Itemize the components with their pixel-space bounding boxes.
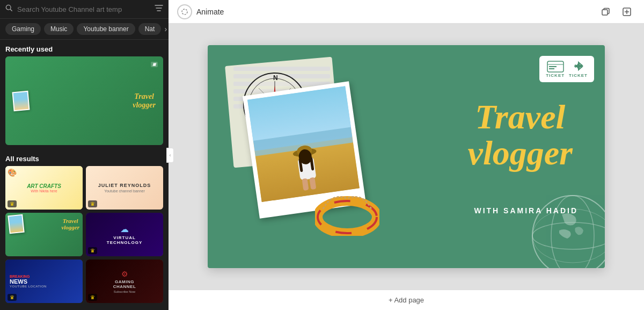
recently-used-label: Recently used — [0, 40, 169, 56]
animate-circle-icon — [177, 4, 192, 19]
canvas-title: Travel vlogger — [468, 99, 573, 171]
svg-rect-35 — [549, 66, 557, 67]
template-gaming[interactable]: ⚙ GAMINGCHANNEL Subscribe Now ♛ — [86, 259, 163, 303]
canvas-area: N S E W — [169, 24, 644, 290]
tab-music[interactable]: Music — [44, 23, 74, 35]
template-virtual[interactable]: ☁ VIRTUALTECHNOLOGY ♛ — [86, 213, 163, 256]
template-art-crafts[interactable]: 🎨 ART CRAFTS With Nikita here ♛ — [5, 166, 83, 210]
premium-badge-3: ♛ — [88, 247, 97, 254]
collapse-handle[interactable]: ‹ — [166, 148, 174, 163]
svg-rect-29 — [302, 178, 309, 191]
search-bar — [0, 0, 169, 19]
tab-youtube-banner[interactable]: Youtube banner — [77, 23, 135, 35]
template-travel-recent[interactable]: Travelvlogger ▣ — [5, 56, 163, 145]
filter-icon[interactable] — [155, 4, 163, 14]
duplicate-icon[interactable] — [597, 3, 614, 20]
top-bar: Animate — [169, 0, 644, 24]
premium-badge-5: ♛ — [88, 294, 97, 301]
globe-decoration — [530, 193, 605, 268]
ticket-badge: TICKET TICKET — [539, 56, 594, 82]
tab-nature[interactable]: Nat — [138, 23, 162, 35]
templates-grid: 🎨 ART CRAFTS With Nikita here ♛ JULIET R… — [0, 166, 169, 306]
svg-point-5 — [182, 9, 187, 15]
premium-badge-4: ♛ — [8, 294, 17, 301]
template-juliet[interactable]: JULIET REYNOLDS Youtube channel banner ♛ — [86, 166, 163, 210]
svg-rect-36 — [549, 68, 554, 69]
svg-line-1 — [10, 9, 12, 11]
add-page-bar[interactable]: + Add page — [169, 290, 644, 310]
svg-rect-6 — [602, 10, 608, 15]
add-page-label: + Add page — [389, 296, 424, 304]
svg-point-38 — [551, 196, 594, 268]
tab-gaming[interactable]: Gaming — [5, 23, 41, 35]
left-panel-wrapper: Gaming Music Youtube banner Nat › Recent… — [0, 0, 169, 310]
templates-scroll[interactable]: Recently used Travelvlogger — [0, 40, 169, 310]
canvas-card[interactable]: N S E W — [208, 45, 605, 268]
template-news[interactable]: BREAKING NEWS YOUTUBE LOCATION ♛ — [5, 259, 83, 303]
premium-badge-2: ♛ — [88, 200, 97, 207]
canvas-title-line2: vlogger — [468, 135, 573, 171]
chevron-right-icon[interactable]: › — [164, 25, 167, 33]
animate-label: Animate — [196, 8, 224, 16]
template-travel-small[interactable]: Travelvlogger — [5, 213, 83, 256]
left-panel: Gaming Music Youtube banner Nat › Recent… — [0, 0, 169, 310]
add-page-icon[interactable] — [618, 3, 635, 20]
canvas-title-line1: Travel — [468, 99, 573, 135]
all-results-label: All results — [0, 149, 169, 166]
main-area: Animate — [169, 0, 644, 310]
premium-badge: ♛ — [8, 200, 17, 207]
top-bar-right — [597, 3, 635, 20]
life-preserver-decoration — [315, 188, 379, 236]
search-input[interactable] — [17, 5, 150, 13]
search-icon — [5, 4, 13, 14]
category-tabs: Gaming Music Youtube banner Nat › — [0, 19, 169, 40]
polaroid-image — [247, 86, 360, 202]
svg-text:N: N — [273, 74, 278, 82]
